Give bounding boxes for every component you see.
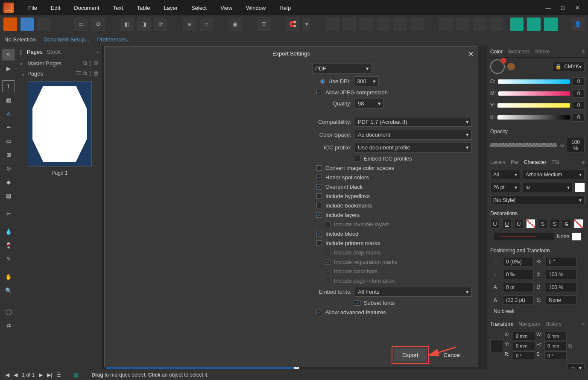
last-page-icon[interactable]: ▶| <box>47 372 52 378</box>
zoom-tool-icon[interactable]: 🔍 <box>2 284 15 296</box>
m-slider[interactable] <box>498 91 570 96</box>
menu-window[interactable]: Window <box>239 0 272 15</box>
tab-history[interactable]: History <box>546 321 562 327</box>
font-size-select[interactable]: 26 pt▾ <box>490 183 520 192</box>
align-bottom-icon[interactable] <box>410 18 424 31</box>
double-underline-icon[interactable]: U <box>502 219 512 228</box>
m-value[interactable]: 0 <box>573 89 585 98</box>
allowjpeg-checkbox[interactable] <box>316 90 322 95</box>
copy-icon[interactable]: ⧉ <box>83 60 87 67</box>
strike3-icon[interactable]: S̶ <box>562 219 571 228</box>
printers-checkbox[interactable] <box>316 240 322 246</box>
toolbar-prefs-icon[interactable]: ⚙ <box>91 18 105 31</box>
rectangle-tool-icon[interactable]: ▭ <box>2 135 15 147</box>
icc-select[interactable]: Use document profile▾ <box>355 143 472 152</box>
prev-page-icon[interactable]: ◀ <box>14 372 18 378</box>
strike2-icon[interactable]: S <box>550 219 559 228</box>
export-button[interactable]: Export <box>394 348 427 362</box>
menu-table[interactable]: Table <box>130 0 157 15</box>
c-slider[interactable] <box>498 79 570 84</box>
master-pages-row[interactable]: › Master Pages ⧉▯🗑 <box>17 58 102 68</box>
text-frame-tool-icon[interactable]: T <box>2 80 15 92</box>
dialog-close-icon[interactable]: ✕ <box>468 50 474 58</box>
picture-frame-tool-icon[interactable]: ⊠ <box>2 149 15 161</box>
transform-menu-icon[interactable]: ≡ <box>582 321 585 327</box>
tab-swatches[interactable]: Swatches <box>508 49 530 55</box>
w-field[interactable]: 0 mm <box>544 332 567 340</box>
copy2-icon[interactable]: ⧉ <box>83 70 87 77</box>
asset-tool-icon[interactable]: ▤ <box>2 190 15 202</box>
align-center-icon[interactable] <box>342 18 356 31</box>
dec-color-swatch[interactable] <box>572 233 581 240</box>
op-add-icon[interactable] <box>510 18 524 31</box>
menu-view[interactable]: View <box>214 0 239 15</box>
bleed-checkbox[interactable] <box>316 231 322 237</box>
table-tool-icon[interactable]: ▦ <box>2 94 15 106</box>
font-collection-select[interactable]: All▾ <box>490 170 520 179</box>
toolbar-preview-icon[interactable]: ◉ <box>228 18 242 31</box>
y-slider[interactable] <box>497 103 570 108</box>
context-prefs[interactable]: Preferences... <box>97 36 132 43</box>
panel-menu-icon[interactable]: ≡ <box>96 49 99 55</box>
close-window-icon[interactable]: ✕ <box>573 4 581 12</box>
tab-transform[interactable]: Transform <box>490 321 513 327</box>
preflight-icon[interactable]: ▤ <box>74 372 79 378</box>
underline2-icon[interactable]: U̲ <box>514 219 524 228</box>
menu-select[interactable]: Select <box>184 0 214 15</box>
invis-checkbox[interactable] <box>325 222 331 227</box>
tab-stroke[interactable]: Stroke <box>535 49 550 55</box>
tab-par[interactable]: Par <box>511 159 519 165</box>
align-middle-icon[interactable] <box>393 18 407 31</box>
h-field[interactable]: 0 mm <box>544 342 567 350</box>
spread-icon[interactable]: ☷ <box>76 70 81 77</box>
persona-publisher-icon[interactable] <box>3 18 17 31</box>
move-tool-icon[interactable]: ↖ <box>2 49 15 61</box>
menu-file[interactable]: File <box>21 0 44 15</box>
toolbar-clip-icon[interactable]: ◧ <box>120 18 134 31</box>
layers-checkbox[interactable] <box>316 212 322 218</box>
toolbar-snap-dropdown-icon[interactable]: ▾ <box>303 18 310 31</box>
hscale-field[interactable]: 100 % <box>546 270 576 279</box>
embed-icc-checkbox[interactable] <box>355 156 360 161</box>
link-wh-icon[interactable]: ⧉ <box>568 339 574 352</box>
cspace-select[interactable]: As document▾ <box>355 130 472 140</box>
trash-icon[interactable]: 🗑 <box>93 60 99 67</box>
quality-select[interactable]: 98▾ <box>355 99 384 108</box>
no-strike-icon[interactable] <box>574 219 583 228</box>
node-tool-icon[interactable]: ▶ <box>2 62 15 74</box>
next-page-icon[interactable]: ▶ <box>39 372 43 378</box>
fill-stroke-swatch-icon[interactable] <box>490 59 505 74</box>
hyper-checkbox[interactable] <box>316 193 322 199</box>
dpi-select[interactable]: 300▾ <box>354 76 379 86</box>
baseline-field[interactable]: 0 pt <box>503 283 534 292</box>
arrange-4-icon[interactable] <box>490 18 503 31</box>
vscale-field[interactable]: 100 % <box>546 283 576 292</box>
font-style-select[interactable]: ⟲▾ <box>523 183 573 192</box>
align-left-icon[interactable] <box>326 18 339 31</box>
context-docsetup[interactable]: Document Setup... <box>44 36 90 43</box>
embedfonts-select[interactable]: All Fonts▾ <box>355 287 472 297</box>
menu-layer[interactable]: Layer <box>157 0 185 15</box>
tab-pages[interactable]: Pages <box>27 49 43 55</box>
page-thumbnail[interactable] <box>28 81 92 167</box>
c-value[interactable]: 0 <box>573 77 585 86</box>
subset-checkbox[interactable] <box>355 300 360 306</box>
op-subtract-icon[interactable] <box>527 18 541 31</box>
k-value[interactable]: 0 <box>573 113 585 122</box>
ellipse-tool-icon[interactable]: ⊘ <box>2 162 15 174</box>
maximize-icon[interactable]: □ <box>559 4 567 12</box>
artistic-text-tool-icon[interactable]: A <box>2 108 15 120</box>
shear-field[interactable]: 0 ° <box>546 257 576 266</box>
fill-tool-icon[interactable]: 💧 <box>2 225 15 237</box>
k-slider[interactable] <box>497 115 570 120</box>
view-list-icon[interactable]: ☰ <box>56 372 61 378</box>
usedpi-radio[interactable] <box>320 79 325 84</box>
font-family-select[interactable]: Arboria-Medium▾ <box>523 170 585 179</box>
tab-color[interactable]: Color <box>490 49 503 55</box>
r-field[interactable]: 0 ° <box>513 351 535 360</box>
menu-text[interactable]: Text <box>106 0 130 15</box>
toolbar-anchor-icon[interactable]: ⎈ <box>183 18 196 31</box>
y-value[interactable]: 0 <box>573 101 585 110</box>
trash2-icon[interactable]: 🗑 <box>93 70 99 77</box>
blank-icon[interactable]: ▯ <box>88 60 91 67</box>
